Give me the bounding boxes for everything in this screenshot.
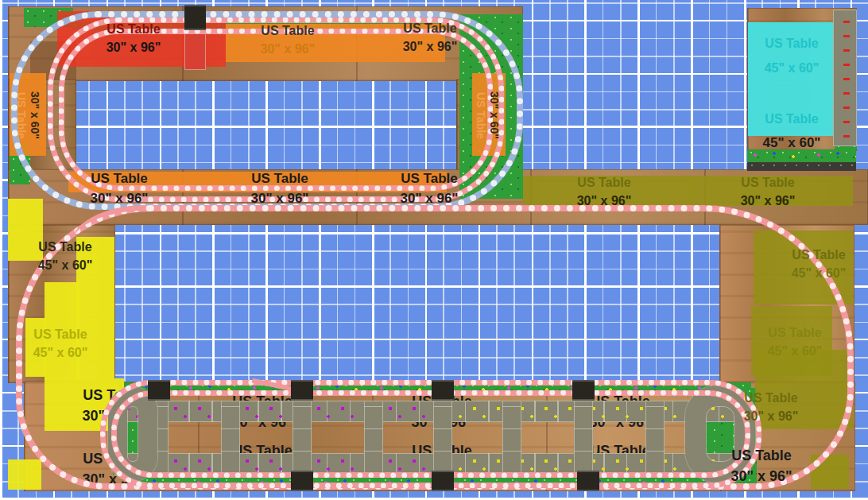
table-label[interactable]: US Table	[765, 34, 818, 52]
table-name: US Table	[741, 173, 796, 192]
level-crossing[interactable]	[291, 380, 313, 401]
table-label[interactable]: US Table30" x 60"	[14, 91, 41, 139]
table-label[interactable]: US Table30" x 96"	[261, 21, 316, 58]
table-size: 30" x 96"	[403, 37, 458, 56]
table-size: 30" x 96"	[401, 189, 459, 209]
table-size: 45" x 60"	[38, 256, 93, 274]
table-size: 30" x 60"	[29, 91, 41, 139]
table-name: US Table	[792, 246, 847, 264]
table-label[interactable]: US Table30" x 96"	[744, 389, 799, 425]
level-crossing[interactable]	[148, 380, 170, 401]
table-label[interactable]: US Table45" x 60"	[38, 238, 93, 274]
table-name: US Table	[33, 325, 88, 343]
table-name: 45" x 60"	[765, 59, 820, 77]
table-label[interactable]: US Table45" x 60"	[33, 325, 88, 362]
table-label[interactable]: US Table30" x 96"	[577, 173, 632, 210]
pink-track-lower-oval-inner[interactable]	[111, 390, 750, 478]
table-name: US Table	[261, 21, 316, 40]
table-name: US Table	[765, 34, 818, 52]
table-yellow-6[interactable]	[8, 459, 41, 490]
table-name: US Table	[38, 238, 93, 256]
table-name: US Table	[768, 324, 823, 342]
table-name: US Table	[744, 389, 799, 407]
table-label[interactable]: 45" x 60"	[763, 134, 821, 153]
table-size: 45" x 60"	[792, 264, 847, 282]
level-crossing[interactable]	[577, 471, 599, 491]
table-size: 45" x 60"	[33, 343, 88, 362]
table-size: 30" x 96"	[261, 40, 316, 58]
table-name: 45" x 60"	[763, 134, 821, 153]
level-crossing[interactable]	[432, 471, 454, 491]
table-name: US Table	[403, 19, 458, 37]
table-label[interactable]: US Table30" x 96"	[741, 173, 796, 210]
level-crossing[interactable]	[432, 380, 454, 401]
table-name: US Table	[107, 20, 161, 38]
table-size: 30" x 96"	[251, 189, 309, 209]
table-size: 30" x 96"	[741, 192, 796, 210]
table-size: 30" x 96"	[577, 192, 632, 210]
asphalt-strip[interactable]	[747, 162, 856, 171]
table-name: US Table	[251, 169, 309, 189]
table-label[interactable]: US Table30" x 96"	[91, 169, 149, 208]
level-crossing[interactable]	[184, 5, 206, 30]
table-label[interactable]: US Table45" x 60"	[792, 246, 847, 282]
table-size: 30" x 96"	[107, 38, 161, 56]
table-name: US Table	[401, 169, 459, 189]
table-label[interactable]: US Table	[765, 110, 818, 128]
table-label[interactable]: US Table30" x 96"	[403, 19, 458, 56]
table-name: US Table	[14, 91, 27, 139]
table-name: US Table	[577, 173, 632, 192]
table-size: 30" x 60"	[488, 91, 501, 139]
table-label[interactable]: US Table30" x 96"	[107, 20, 161, 56]
table-label[interactable]: US Table30" x 96"	[251, 169, 309, 208]
table-size: 45" x 60"	[768, 342, 823, 360]
table-name: US Table	[474, 91, 486, 139]
road-strip-vertical-right[interactable]	[833, 10, 857, 146]
table-label[interactable]: US Table30" x 96"	[401, 169, 459, 208]
table-name: US Table	[91, 169, 149, 189]
level-crossing[interactable]	[572, 380, 595, 401]
level-crossing[interactable]	[291, 471, 313, 491]
table-label[interactable]: 45" x 60"	[765, 59, 820, 77]
table-name: US Table	[730, 445, 792, 466]
table-size: 30" x 96"	[91, 189, 149, 209]
table-size: 30" x 96"	[744, 407, 799, 425]
table-name: US Table	[765, 110, 818, 128]
table-label[interactable]: US Table45" x 60"	[768, 324, 823, 360]
table-size: 30" x 96"	[730, 466, 792, 486]
table-label[interactable]: US Table30" x 96"	[730, 445, 792, 486]
layout-canvas[interactable]: US Table30" x 96"US Table30" x 96"US Tab…	[0, 0, 868, 500]
table-label[interactable]: US Table30" x 60"	[473, 91, 501, 139]
